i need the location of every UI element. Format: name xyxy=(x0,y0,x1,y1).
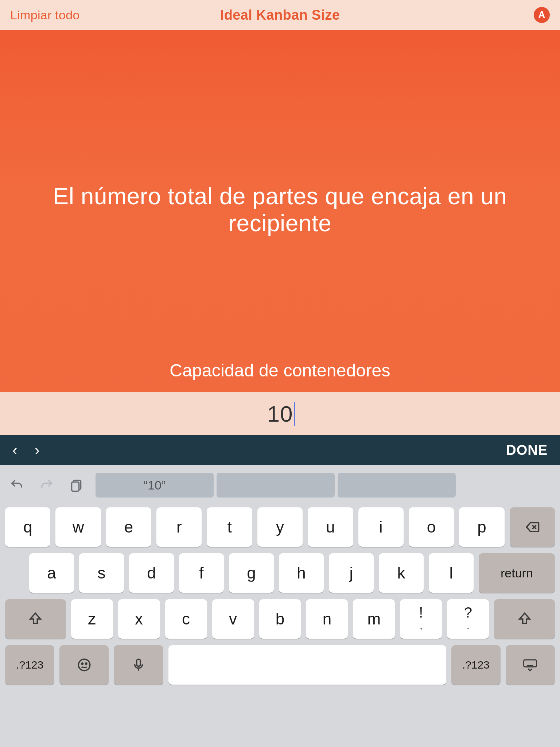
key-r[interactable]: r xyxy=(156,507,202,547)
svg-point-4 xyxy=(78,659,90,671)
undo-button[interactable] xyxy=(4,478,30,492)
key-o[interactable]: o xyxy=(409,507,454,547)
key-c[interactable]: c xyxy=(165,599,207,639)
key-f[interactable]: f xyxy=(179,553,224,593)
key-question-period[interactable]: ? . xyxy=(447,599,489,639)
navbar: Limpiar todo Ideal Kanban Size A xyxy=(0,0,560,30)
suggestion-3[interactable] xyxy=(338,473,456,498)
key-a[interactable]: a xyxy=(29,553,74,593)
brand-badge-letter: A xyxy=(538,9,545,20)
suggestion-2[interactable] xyxy=(217,473,335,498)
brand-badge[interactable]: A xyxy=(534,7,550,23)
key-d[interactable]: d xyxy=(129,553,174,593)
shift-key-left[interactable] xyxy=(5,599,66,639)
hide-keyboard-key[interactable] xyxy=(506,645,555,685)
key-p[interactable]: p xyxy=(459,507,504,547)
space-key[interactable] xyxy=(168,645,446,685)
key-u[interactable]: u xyxy=(308,507,353,547)
keyboard-accessory-bar: ‹ › DONE xyxy=(0,435,560,465)
backspace-key[interactable] xyxy=(510,507,555,547)
key-z[interactable]: z xyxy=(71,599,113,639)
mode-key-left[interactable]: .?123 xyxy=(5,645,54,685)
navbar-right: A xyxy=(534,7,550,23)
key-b[interactable]: b xyxy=(259,599,301,639)
key-question-top: ? xyxy=(464,604,472,621)
key-t[interactable]: t xyxy=(207,507,252,547)
key-v[interactable]: v xyxy=(212,599,254,639)
key-i[interactable]: i xyxy=(358,507,404,547)
suggestion-bar: “10” xyxy=(96,473,456,498)
keyboard-row-3: z x c v b n m ! , ? . xyxy=(4,599,556,639)
key-m[interactable]: m xyxy=(353,599,395,639)
key-n[interactable]: n xyxy=(306,599,348,639)
key-x[interactable]: x xyxy=(118,599,160,639)
text-caret xyxy=(294,402,295,426)
redo-button[interactable] xyxy=(34,478,60,492)
keyboard-toolbar: “10” xyxy=(4,470,556,500)
keyboard-row-4: .?123 .?123 xyxy=(4,645,556,685)
keyboard-row-1: q w e r t y u i o p xyxy=(4,507,556,547)
keyboard-rows: q w e r t y u i o p a s d f g h j k l xyxy=(4,507,556,685)
prompt-text: El número total de partes que encaja en … xyxy=(0,183,560,237)
clipboard-button[interactable] xyxy=(63,478,90,492)
main-panel: El número total de partes que encaja en … xyxy=(0,30,560,435)
row2-left-spacer xyxy=(5,553,24,593)
svg-point-6 xyxy=(85,663,87,665)
suggestion-1[interactable]: “10” xyxy=(96,473,214,498)
input-value: 10 xyxy=(267,401,293,427)
key-y[interactable]: y xyxy=(257,507,303,547)
key-s[interactable]: s xyxy=(79,553,124,593)
shift-key-right[interactable] xyxy=(494,599,555,639)
input-label: Capacidad de contenedores xyxy=(0,360,560,380)
emoji-key[interactable] xyxy=(59,645,109,685)
clear-all-button[interactable]: Limpiar todo xyxy=(10,8,80,22)
mode-key-right[interactable]: .?123 xyxy=(451,645,501,685)
svg-rect-1 xyxy=(72,482,79,491)
key-h[interactable]: h xyxy=(279,553,324,593)
key-l[interactable]: l xyxy=(429,553,474,593)
svg-point-5 xyxy=(82,663,83,665)
done-button[interactable]: DONE xyxy=(506,442,548,458)
virtual-keyboard: “10” q w e r t y u i o p a s xyxy=(0,465,560,747)
key-e[interactable]: e xyxy=(106,507,151,547)
key-j[interactable]: j xyxy=(329,553,374,593)
key-k[interactable]: k xyxy=(379,553,424,593)
next-field-button[interactable]: › xyxy=(35,443,39,457)
prev-field-button[interactable]: ‹ xyxy=(12,443,17,457)
key-w[interactable]: w xyxy=(55,507,101,547)
keyboard-row-2: a s d f g h j k l return xyxy=(4,553,556,593)
container-capacity-input[interactable]: 10 xyxy=(0,392,560,435)
page-title: Ideal Kanban Size xyxy=(220,7,340,23)
key-period-sub: . xyxy=(467,620,470,631)
key-comma-sub: , xyxy=(420,620,423,631)
key-g[interactable]: g xyxy=(229,553,274,593)
input-value-text: 10 xyxy=(267,401,293,426)
key-q[interactable]: q xyxy=(5,507,50,547)
dictation-key[interactable] xyxy=(114,645,163,685)
key-exclaim-comma[interactable]: ! , xyxy=(400,599,442,639)
accessory-nav: ‹ › xyxy=(12,443,40,457)
key-exclaim-top: ! xyxy=(419,604,423,621)
return-key[interactable]: return xyxy=(479,553,555,593)
svg-rect-7 xyxy=(137,659,141,666)
